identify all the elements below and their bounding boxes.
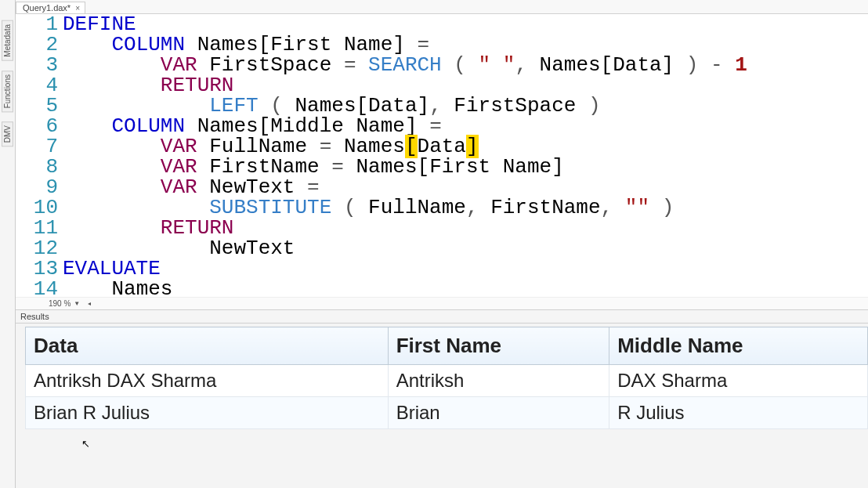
line-number: 7 (16, 136, 58, 157)
code-line[interactable]: VAR FullName = Names[Data] (63, 136, 868, 157)
code-line[interactable]: COLUMN Names[Middle Name] = (63, 116, 868, 136)
chevron-down-icon[interactable]: ▼ (74, 300, 80, 307)
code-line[interactable]: NewText (63, 238, 868, 258)
line-number: 3 (16, 55, 58, 75)
side-tab-metadata[interactable]: Metadata (2, 20, 13, 61)
table-header-row: DataFirst NameMiddle Name (26, 327, 868, 365)
document-tab-query1[interactable]: Query1.dax* × (16, 2, 85, 13)
line-number: 12 (16, 238, 58, 258)
results-grid-wrap: DataFirst NameMiddle Name Antriksh DAX S… (16, 324, 868, 488)
code-line[interactable]: VAR FirstName = Names[First Name] (63, 157, 868, 177)
line-number: 1 (16, 14, 58, 34)
side-tab-dmv[interactable]: DMV (2, 121, 13, 146)
code-editor[interactable]: 1234567891011121314 DEFINE COLUMN Names[… (16, 14, 868, 297)
results-panel-header: Results (16, 309, 868, 324)
column-header[interactable]: Data (26, 327, 389, 365)
line-number: 4 (16, 75, 58, 96)
table-cell[interactable]: R Julius (609, 397, 868, 429)
code-line[interactable]: LEFT ( Names[Data], FirstSpace ) (63, 96, 868, 116)
line-number: 5 (16, 96, 58, 116)
code-line[interactable]: COLUMN Names[First Name] = (63, 34, 868, 55)
code-line[interactable]: Names (63, 279, 868, 297)
table-cell[interactable]: Brian (388, 397, 609, 429)
code-line[interactable]: EVALUATE (63, 258, 868, 279)
code-line[interactable]: VAR NewText = (63, 177, 868, 197)
table-cell[interactable]: Brian R Julius (26, 397, 389, 429)
table-cell[interactable]: Antriksh (388, 365, 609, 397)
code-line[interactable]: VAR FirstSpace = SEARCH ( " ", Names[Dat… (63, 55, 868, 75)
table-row[interactable]: Brian R JuliusBrianR Julius (26, 397, 868, 429)
document-tab-bar: Query1.dax* × (16, 0, 868, 14)
line-number: 8 (16, 157, 58, 177)
line-number-gutter: 1234567891011121314 (16, 14, 63, 297)
column-header[interactable]: First Name (388, 327, 609, 365)
results-grid[interactable]: DataFirst NameMiddle Name Antriksh DAX S… (25, 327, 868, 429)
column-header[interactable]: Middle Name (609, 327, 868, 365)
side-tab-strip: Metadata Functions DMV (0, 0, 16, 488)
line-number: 11 (16, 218, 58, 238)
code-line[interactable]: RETURN (63, 75, 868, 96)
line-number: 13 (16, 258, 58, 279)
line-number: 10 (16, 197, 58, 218)
document-tab-title: Query1.dax* (23, 3, 71, 13)
code-area[interactable]: DEFINE COLUMN Names[First Name] = VAR Fi… (63, 14, 868, 297)
code-line[interactable]: RETURN (63, 218, 868, 238)
zoom-label: 190 % (49, 299, 71, 308)
table-cell[interactable]: DAX Sharma (609, 365, 868, 397)
line-number: 2 (16, 34, 58, 55)
close-icon[interactable]: × (75, 4, 80, 13)
chevron-left-icon[interactable]: ◂ (88, 300, 91, 307)
line-number: 9 (16, 177, 58, 197)
zoom-indicator[interactable]: 190 % ▼ ◂ (16, 297, 868, 309)
table-cell[interactable]: Antriksh DAX Sharma (26, 365, 389, 397)
line-number: 14 (16, 279, 58, 297)
table-row[interactable]: Antriksh DAX SharmaAntrikshDAX Sharma (26, 365, 868, 397)
side-tab-functions[interactable]: Functions (2, 70, 13, 112)
code-line[interactable]: DEFINE (63, 14, 868, 34)
code-line[interactable]: SUBSTITUTE ( FullName, FirstName, "" ) (63, 197, 868, 218)
line-number: 6 (16, 116, 58, 136)
